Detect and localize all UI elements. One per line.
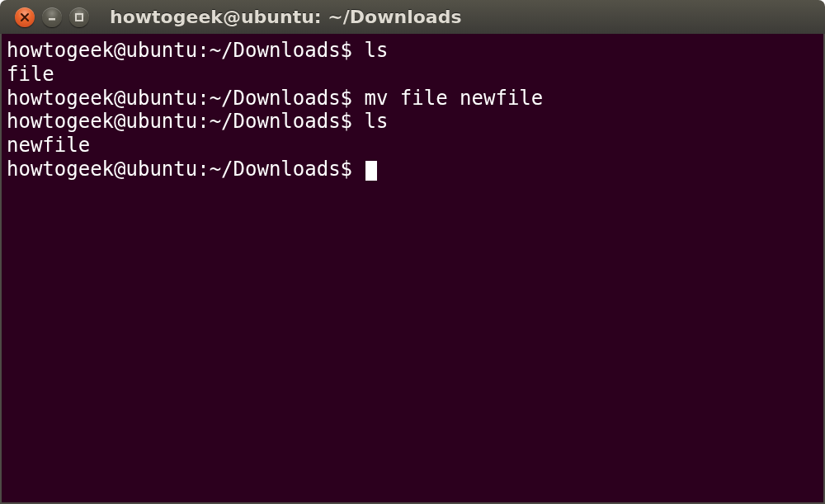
maximize-icon: [74, 12, 84, 22]
minimize-button[interactable]: [42, 7, 62, 27]
prompt: howtogeek@ubuntu:~/Downloads$: [7, 87, 364, 110]
output-line: file: [7, 63, 54, 86]
prompt: howtogeek@ubuntu:~/Downloads$: [7, 158, 364, 181]
svg-rect-1: [76, 14, 82, 21]
terminal-window: howtogeek@ubuntu: ~/Downloads howtogeek@…: [0, 0, 825, 504]
close-button[interactable]: [15, 7, 35, 27]
command-input: mv file newfile: [364, 87, 543, 110]
window-titlebar[interactable]: howtogeek@ubuntu: ~/Downloads: [0, 0, 825, 34]
prompt: howtogeek@ubuntu:~/Downloads$: [7, 39, 364, 62]
terminal-output: howtogeek@ubuntu:~/Downloads$ lsfilehowt…: [7, 39, 818, 181]
window-title: howtogeek@ubuntu: ~/Downloads: [110, 7, 462, 27]
prompt: howtogeek@ubuntu:~/Downloads$: [7, 110, 364, 133]
command-input: ls: [364, 110, 388, 133]
maximize-button[interactable]: [69, 7, 89, 27]
cursor: [365, 161, 377, 181]
terminal-body[interactable]: howtogeek@ubuntu:~/Downloads$ lsfilehowt…: [0, 34, 825, 504]
command-input: ls: [364, 39, 388, 62]
close-icon: [20, 12, 30, 22]
svg-rect-0: [49, 18, 55, 21]
minimize-icon: [47, 12, 57, 22]
output-line: newfile: [7, 134, 90, 157]
